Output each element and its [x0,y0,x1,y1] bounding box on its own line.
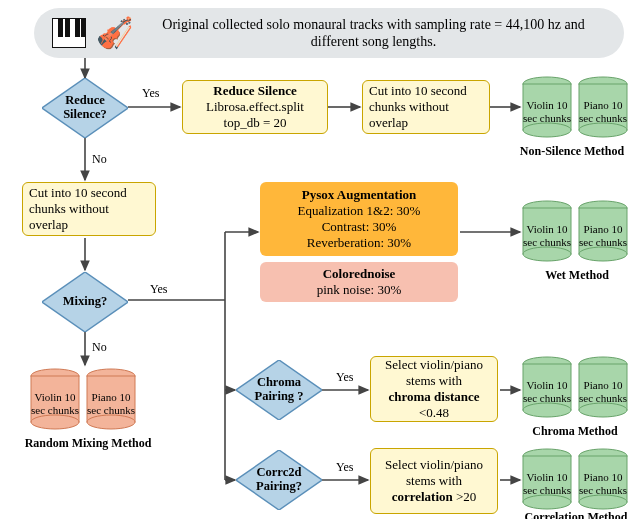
step-chroma-select-bold: chroma distance [388,389,479,404]
decision-chroma-label: Chroma Pairing ? [236,360,322,420]
db-wet-piano: Piano 10 sec chunks [578,200,628,262]
db-chroma-piano: Piano 10 sec chunks [578,356,628,418]
decision-corr2d: Corrc2d Pairing? [236,450,322,510]
header-text: Original collected solo monaural tracks … [141,16,606,51]
edge-label-mixing-yes: Yes [150,282,167,297]
method-wet: Wet Method [532,268,622,283]
db-wet-violin: Violin 10 sec chunks [522,200,572,262]
decision-mixing: Mixing? [42,272,128,332]
step-reduce-silence: Reduce Silence Librosa.effect.split top_… [182,80,328,134]
step-pysox-line1: Equalization 1&2: 30% [298,203,421,219]
db-nonsilence-violin-label: Violin 10 sec chunks [522,86,572,138]
step-colorednoise-line: pink noise: 30% [317,282,402,298]
step-cut-b-text: Cut into 10 second chunks without overla… [29,185,149,234]
step-pysox-title: Pysox Augmentation [302,187,416,203]
db-wet-piano-label: Piano 10 sec chunks [578,210,628,262]
method-random: Random Mixing Method [8,436,168,451]
step-corr-select: Select violin/piano stems with correlati… [370,448,498,514]
db-chroma-piano-label: Piano 10 sec chunks [578,366,628,418]
step-colorednoise-title: Colorednoise [323,266,396,282]
decision-corr2d-label: Corrc2d Pairing? [236,450,322,510]
edge-label-mixing-no: No [92,340,107,355]
db-nonsilence-piano-label: Piano 10 sec chunks [578,86,628,138]
step-corr-select-text: Select violin/piano stems with [377,457,491,490]
method-nonsilence: Non-Silence Method [512,144,632,159]
edge-label-corr-yes: Yes [336,460,353,475]
step-chroma-select-text: Select violin/piano stems with [377,357,491,390]
step-reduce-silence-line2: top_db = 20 [224,115,287,131]
step-chroma-select: Select violin/piano stems with chroma di… [370,356,498,422]
step-cut-a: Cut into 10 second chunks without overla… [362,80,490,134]
step-pysox: Pysox Augmentation Equalization 1&2: 30%… [260,182,458,256]
flowchart-canvas: 🎻 Original collected solo monaural track… [0,0,640,519]
edge-label-chroma-yes: Yes [336,370,353,385]
db-corr-violin: Violin 10 sec chunks [522,448,572,510]
step-pysox-line2: Contrast: 30% [322,219,397,235]
db-chroma-violin-label: Violin 10 sec chunks [522,366,572,418]
method-corr: Correlation Method [516,510,636,519]
db-corr-piano: Piano 10 sec chunks [578,448,628,510]
step-cut-b: Cut into 10 second chunks without overla… [22,182,156,236]
db-corr-violin-label: Violin 10 sec chunks [522,458,572,510]
step-chroma-select-tail: <0.48 [419,405,449,420]
db-nonsilence-piano: Piano 10 sec chunks [578,76,628,138]
piano-icon [52,18,86,48]
step-reduce-silence-title: Reduce Silence [213,83,296,99]
method-chroma: Chroma Method [520,424,630,439]
db-nonsilence-violin: Violin 10 sec chunks [522,76,572,138]
decision-reduce-silence-label: Reduce Silence? [42,78,128,138]
decision-chroma: Chroma Pairing ? [236,360,322,420]
step-corr-select-tail: >20 [453,489,477,504]
db-wet-violin-label: Violin 10 sec chunks [522,210,572,262]
decision-mixing-label: Mixing? [42,272,128,332]
db-random-violin: Violin 10 sec chunks [30,368,80,430]
db-chroma-violin: Violin 10 sec chunks [522,356,572,418]
step-cut-a-text: Cut into 10 second chunks without overla… [369,83,483,132]
db-random-piano-label: Piano 10 sec chunks [86,378,136,430]
header-pill: 🎻 Original collected solo monaural track… [34,8,624,58]
db-corr-piano-label: Piano 10 sec chunks [578,458,628,510]
step-colorednoise: Colorednoise pink noise: 30% [260,262,458,302]
step-pysox-line3: Reverberation: 30% [307,235,411,251]
step-corr-select-bold: correlation [392,489,453,504]
step-reduce-silence-line1: Librosa.effect.split [206,99,304,115]
edge-label-yes: Yes [142,86,159,101]
db-random-violin-label: Violin 10 sec chunks [30,378,80,430]
violin-icon: 🎻 [96,18,133,48]
decision-reduce-silence: Reduce Silence? [42,78,128,138]
edge-label-no: No [92,152,107,167]
db-random-piano: Piano 10 sec chunks [86,368,136,430]
